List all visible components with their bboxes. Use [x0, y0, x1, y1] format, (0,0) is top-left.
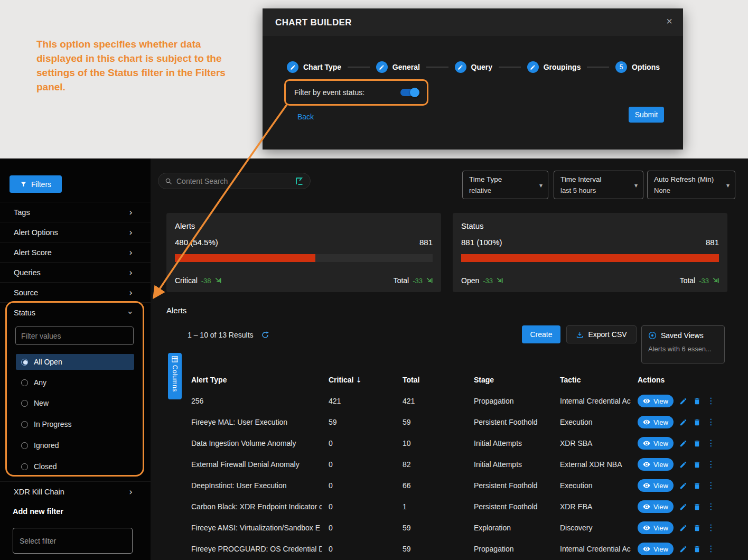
step-groupings[interactable]: Groupings — [527, 61, 581, 73]
view-button[interactable]: View — [638, 458, 674, 471]
wizard-stepper: Chart Type General Query Groupings 5 Opt… — [287, 61, 660, 73]
event-status-toggle[interactable] — [400, 89, 418, 96]
edit-icon[interactable] — [679, 524, 687, 532]
edit-icon[interactable] — [679, 461, 687, 469]
step-connector — [426, 67, 448, 68]
cell-stage: Persistent Foothold — [467, 418, 553, 426]
step-options[interactable]: 5 Options — [615, 61, 660, 73]
sidebar-item-alert-score[interactable]: Alert Score› — [0, 242, 151, 262]
delete-icon[interactable] — [693, 397, 701, 405]
status-option-new[interactable]: New — [16, 395, 134, 411]
saved-views-label: Saved Views — [661, 331, 704, 340]
sidebar-item-alert-options[interactable]: Alert Options› — [0, 222, 151, 242]
edit-icon[interactable] — [679, 545, 687, 553]
search-input[interactable] — [176, 177, 291, 185]
delete-icon[interactable] — [693, 418, 701, 426]
edit-icon[interactable] — [679, 397, 687, 405]
view-button[interactable]: View — [638, 479, 674, 492]
cell-critical: 0 — [322, 502, 396, 511]
status-option-in-progress[interactable]: In Progress — [16, 416, 134, 432]
columns-button[interactable]: Columns — [168, 353, 182, 399]
edit-icon[interactable] — [679, 482, 687, 490]
delete-icon[interactable] — [693, 524, 701, 532]
step-query[interactable]: Query — [455, 61, 492, 73]
header-tactic[interactable]: Tactic — [553, 376, 631, 384]
view-button-label: View — [653, 418, 668, 426]
more-actions-icon[interactable]: ⋮ — [707, 524, 715, 532]
edit-icon[interactable] — [679, 440, 687, 447]
eye-icon — [643, 440, 650, 447]
close-icon[interactable]: × — [666, 16, 672, 26]
header-total[interactable]: Total — [396, 376, 467, 384]
trend-down-icon — [215, 277, 221, 284]
step-general[interactable]: General — [376, 61, 420, 73]
time-interval-dropdown[interactable]: Time Interval last 5 hours ▾ — [554, 171, 643, 199]
sidebar-item-xdr-kill-chain[interactable]: XDR Kill Chain› — [0, 481, 151, 501]
eye-icon — [643, 418, 650, 426]
more-actions-icon[interactable]: ⋮ — [707, 460, 715, 469]
back-link[interactable]: Back — [297, 113, 314, 121]
more-actions-icon[interactable]: ⋮ — [707, 397, 715, 405]
step-chart-type[interactable]: Chart Type — [287, 61, 341, 73]
radio-icon — [21, 421, 28, 428]
view-button[interactable]: View — [638, 500, 674, 513]
filters-sidebar: Filters Tags› Alert Options› Alert Score… — [0, 158, 151, 560]
status-option-any[interactable]: Any — [16, 375, 134, 390]
delete-icon[interactable] — [693, 482, 701, 490]
eye-icon — [643, 524, 650, 531]
submit-button[interactable]: Submit — [629, 107, 664, 123]
delete-icon[interactable] — [693, 461, 701, 469]
more-actions-icon[interactable]: ⋮ — [707, 418, 715, 426]
sidebar-item-source[interactable]: Source› — [0, 282, 151, 302]
more-actions-icon[interactable]: ⋮ — [707, 545, 715, 553]
delete-icon[interactable] — [693, 545, 701, 553]
status-option-closed[interactable]: Closed — [16, 459, 134, 474]
status-option-ignored[interactable]: Ignored — [16, 437, 134, 453]
edit-icon[interactable] — [679, 503, 687, 511]
delete-icon[interactable] — [693, 440, 701, 447]
sidebar-item-label: Source — [14, 288, 38, 297]
sidebar-item-status[interactable]: Status› — [0, 302, 151, 322]
brand-logo-icon[interactable] — [295, 178, 304, 185]
card-right-value: 881 — [706, 238, 719, 247]
auto-refresh-dropdown[interactable]: Auto Refresh (Min) None ▾ — [647, 171, 735, 199]
filters-button[interactable]: Filters — [10, 175, 62, 193]
header-alert-type[interactable]: Alert Type — [184, 376, 322, 384]
view-button[interactable]: View — [638, 395, 674, 407]
sidebar-item-tags[interactable]: Tags› — [0, 202, 151, 222]
select-filter-dropdown[interactable]: Select filter — [13, 528, 133, 554]
sidebar-item-queries[interactable]: Queries› — [0, 262, 151, 282]
cell-total: 59 — [396, 418, 467, 426]
cell-critical: 421 — [322, 397, 396, 405]
refresh-icon[interactable] — [261, 331, 269, 339]
more-actions-icon[interactable]: ⋮ — [707, 481, 715, 490]
time-type-dropdown[interactable]: Time Type relative ▾ — [462, 171, 548, 199]
status-option-all-open[interactable]: All Open — [16, 354, 134, 370]
create-button[interactable]: Create — [522, 325, 560, 343]
status-filter-input[interactable] — [15, 326, 134, 345]
cell-stage: Persistent Foothold — [467, 481, 553, 490]
saved-views-button[interactable]: Saved Views Alerts with 6 essen... — [641, 325, 725, 363]
more-actions-icon[interactable]: ⋮ — [707, 439, 715, 447]
more-actions-icon[interactable]: ⋮ — [707, 502, 715, 511]
edit-step-icon — [457, 64, 463, 70]
progress-bar-fill — [461, 254, 719, 262]
header-stage[interactable]: Stage — [467, 376, 553, 384]
view-button[interactable]: View — [638, 521, 674, 534]
cell-alert-type: 256 — [184, 397, 322, 405]
view-button[interactable]: View — [638, 543, 674, 555]
view-button[interactable]: View — [638, 416, 674, 428]
main-content: Time Type relative ▾ Time Interval last … — [151, 158, 748, 560]
export-csv-button[interactable]: Export CSV — [566, 325, 637, 343]
card-right-value: 881 — [419, 238, 433, 247]
chevron-right-icon: › — [129, 267, 133, 278]
step-connector — [348, 67, 370, 68]
card-foot-label: Total — [394, 276, 409, 285]
view-button[interactable]: View — [638, 437, 674, 450]
sidebar-item-label: XDR Kill Chain — [14, 488, 64, 496]
edit-icon[interactable] — [679, 418, 687, 426]
chevron-right-icon: › — [129, 247, 133, 258]
header-critical[interactable]: Critical↓ — [322, 376, 396, 384]
delete-icon[interactable] — [693, 503, 701, 511]
chevron-down-icon: ▾ — [726, 182, 730, 189]
